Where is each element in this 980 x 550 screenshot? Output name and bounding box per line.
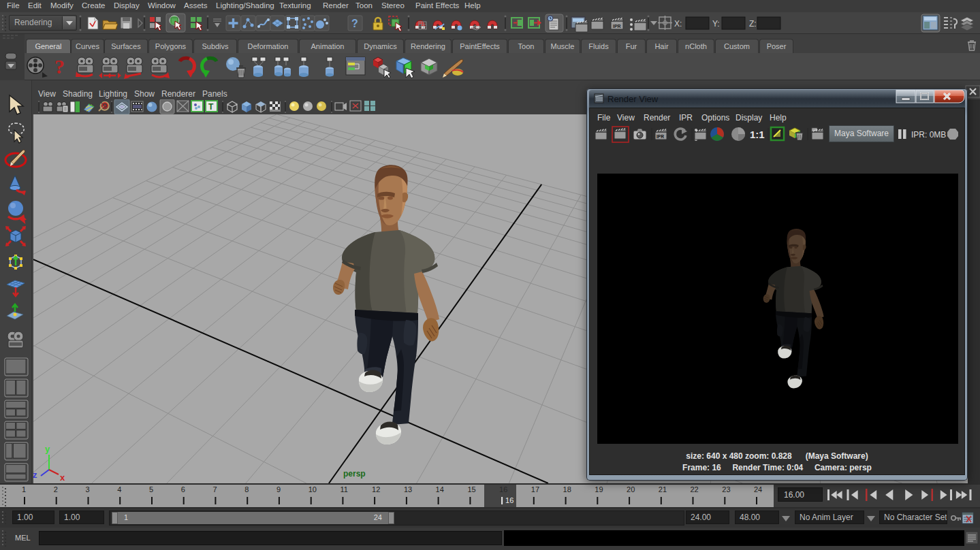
svg-text:12: 12	[372, 485, 380, 494]
svg-text:IPR: IPR	[613, 24, 621, 29]
svg-text:10: 10	[309, 485, 317, 494]
svg-text:8: 8	[244, 485, 249, 494]
svg-text:20: 20	[627, 485, 635, 494]
svg-text:IPR: IPR	[657, 134, 664, 139]
svg-text:IPR: 0MB: IPR: 0MB	[911, 130, 946, 140]
svg-text:X:: X:	[674, 19, 682, 29]
svg-text:21: 21	[659, 485, 667, 494]
svg-text:7: 7	[212, 485, 217, 494]
svg-text:Render View: Render View	[607, 94, 659, 104]
svg-text:3: 3	[86, 485, 90, 494]
svg-text:persp: persp	[343, 469, 366, 479]
svg-text:4: 4	[117, 485, 121, 494]
svg-text:?: ?	[351, 18, 358, 29]
svg-text:x: x	[60, 472, 65, 483]
svg-text:15: 15	[467, 485, 475, 494]
svg-text:17: 17	[531, 485, 539, 494]
svg-text:23: 23	[722, 485, 730, 494]
svg-text:Z:: Z:	[749, 19, 757, 29]
svg-text:16: 16	[505, 496, 513, 504]
svg-text:5: 5	[149, 485, 153, 494]
svg-text:6: 6	[181, 485, 185, 494]
svg-text:z: z	[33, 470, 37, 480]
svg-text:?: ?	[54, 55, 65, 78]
svg-text:19: 19	[595, 485, 603, 494]
svg-text:1: 1	[22, 485, 26, 494]
svg-text:Y:: Y:	[712, 19, 720, 29]
svg-text:18: 18	[563, 485, 571, 494]
svg-text:13: 13	[404, 485, 412, 494]
svg-text:T: T	[208, 102, 214, 112]
svg-text:y: y	[45, 444, 50, 454]
svg-text:11: 11	[340, 485, 347, 494]
svg-text:14: 14	[436, 485, 444, 494]
svg-text:1:1: 1:1	[750, 129, 765, 140]
svg-text:16: 16	[499, 485, 507, 494]
svg-text:9: 9	[276, 485, 281, 494]
svg-text:2: 2	[54, 485, 58, 494]
svg-text:22: 22	[691, 485, 699, 494]
svg-text:24: 24	[754, 485, 762, 494]
